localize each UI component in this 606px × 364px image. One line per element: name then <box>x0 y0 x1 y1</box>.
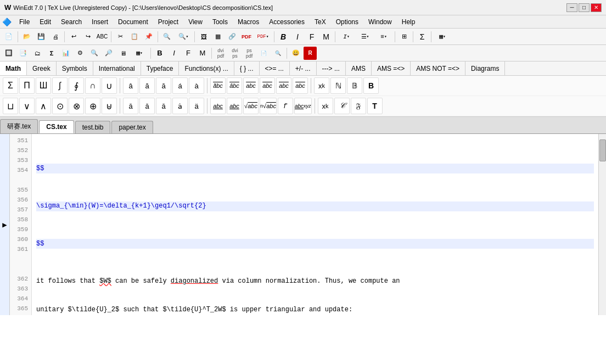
menu-document[interactable]: Document <box>114 17 153 27</box>
sym-amacron3[interactable]: ā <box>156 98 171 114</box>
find-dropdown[interactable]: 🔍▾ <box>175 30 192 43</box>
sym-abc-hat2[interactable]: abc <box>293 77 308 94</box>
menu-tex[interactable]: TeX <box>310 17 330 27</box>
sym-abreve[interactable]: ă <box>139 77 155 94</box>
math-tab-symbols[interactable]: Symbols <box>57 61 93 75</box>
new-button[interactable]: 📄 <box>2 30 15 43</box>
sym-bbb[interactable]: 𝔹 <box>347 77 362 94</box>
undo-button[interactable]: ↩ <box>67 30 80 43</box>
cut-button[interactable]: ✂ <box>114 30 127 43</box>
pdf-button[interactable]: PDF <box>240 30 253 43</box>
menu-accessories[interactable]: Accessories <box>265 17 309 27</box>
sym-wedge[interactable]: ∧ <box>36 98 51 114</box>
menu-window[interactable]: Window <box>364 17 396 27</box>
tb2-btn9[interactable]: 🖥 <box>116 47 130 60</box>
code-area[interactable]: $$ \sigma_{\min}(W)=\delta_{k+1}\geq1/\s… <box>32 134 598 315</box>
tb2-red[interactable]: R <box>304 47 317 60</box>
sym-frak-f[interactable]: 𝔉 <box>351 98 366 114</box>
tab-paper[interactable]: paper.tex <box>111 121 153 133</box>
sigma-button[interactable]: Σ <box>416 30 429 43</box>
sym-int[interactable]: ∫ <box>52 77 68 94</box>
menu-project[interactable]: Project <box>154 17 183 27</box>
sym-prod[interactable]: Π <box>19 77 35 94</box>
tb2-btn-b[interactable]: B <box>153 47 166 60</box>
menu-edit[interactable]: Edit <box>35 17 55 27</box>
sym-amacron2[interactable]: ā <box>139 98 155 114</box>
bold-button[interactable]: B <box>277 30 290 43</box>
tb2-btn7[interactable]: 🔍 <box>88 47 101 60</box>
sym-coprod[interactable]: Ш <box>36 77 51 94</box>
find-button[interactable]: 🔍 <box>160 30 173 43</box>
sym-cap[interactable]: ∩ <box>85 77 100 94</box>
tb2-view2[interactable]: 🔍 <box>271 47 284 60</box>
tb2-dropdown1[interactable]: ▦▾ <box>131 47 148 60</box>
menu-view[interactable]: View <box>184 17 207 27</box>
menu-options[interactable]: Options <box>332 17 363 27</box>
sym-abc-hat[interactable]: âbc <box>227 77 242 94</box>
sym-cup[interactable]: ∪ <box>102 77 117 94</box>
minimize-button[interactable]: ─ <box>566 3 577 12</box>
sym-otimes[interactable]: ⊗ <box>69 98 84 114</box>
tb2-emoji1[interactable]: 😀 <box>289 47 302 60</box>
sym-abc-it1[interactable]: abc <box>210 98 226 114</box>
open-button[interactable]: 📂 <box>20 30 33 43</box>
sym-sqrt-abc[interactable]: √abc <box>243 98 259 114</box>
menu-file[interactable]: File <box>15 17 34 27</box>
sym-bold-t[interactable]: T <box>367 98 383 114</box>
sym-abc-bar1[interactable]: abc <box>243 77 259 94</box>
sym-oint[interactable]: ∮ <box>69 77 84 94</box>
math-tab-math[interactable]: Math <box>0 61 27 75</box>
sym-vee[interactable]: ∨ <box>19 98 35 114</box>
sym-nth-sqrt[interactable]: n√abc <box>260 98 277 114</box>
sym-amacron[interactable]: ā <box>123 98 138 114</box>
redo-button[interactable]: ↪ <box>81 30 94 43</box>
num-list-dropdown[interactable]: ≡▾ <box>375 30 392 43</box>
sym-odot[interactable]: ⊙ <box>52 98 68 114</box>
tab-cs[interactable]: CS.tex <box>39 120 74 133</box>
sym-natbb[interactable]: ℕ <box>330 77 346 94</box>
code-content[interactable]: $$ \sigma_{\min}(W)=\delta_{k+1}\geq1/\s… <box>32 134 598 315</box>
sym-abc-bar3[interactable]: abc <box>276 77 291 94</box>
tb2-dvi2[interactable]: dvips <box>228 47 242 60</box>
tb2-btn-m[interactable]: M <box>196 47 209 60</box>
sym-frac-abc[interactable]: abcxyz <box>294 98 312 114</box>
image-button[interactable]: 🖼 <box>197 30 210 43</box>
math-tab-comparison[interactable]: <>= ... <box>260 61 290 75</box>
sym-abc-bar2[interactable]: abc <box>260 77 275 94</box>
sym-aacute[interactable]: á <box>172 77 188 94</box>
sym-x-pow[interactable]: xk <box>314 77 329 94</box>
sym-agrave[interactable]: à <box>189 77 204 94</box>
math-tab-braces[interactable]: { } ... <box>234 61 260 75</box>
vertical-scrollbar[interactable] <box>598 134 606 315</box>
tab-bib[interactable]: test.bib <box>75 121 111 133</box>
menu-macros[interactable]: Macros <box>233 17 263 27</box>
math-tab-arrows[interactable]: ---> ... <box>317 61 346 75</box>
save-button[interactable]: 💾 <box>35 30 48 43</box>
tb2-btn1[interactable]: 🔲 <box>2 47 15 60</box>
tb2-view1[interactable]: 📄 <box>257 47 270 60</box>
sym-oplus[interactable]: ⊕ <box>85 98 100 114</box>
tb2-btn5[interactable]: 📊 <box>59 47 72 60</box>
math-tab-functions[interactable]: Functions(x) ... <box>179 61 234 75</box>
menu-help[interactable]: Help <box>397 17 420 27</box>
print-button[interactable]: 🖨 <box>49 30 62 43</box>
tb2-btn4[interactable]: Σ <box>45 47 58 60</box>
table-button[interactable]: ▦ <box>211 30 225 43</box>
tb2-btn6[interactable]: ⚙ <box>74 47 87 60</box>
italic-dropdown[interactable]: I▾ <box>338 30 355 43</box>
math-tab-typeface[interactable]: Typeface <box>141 61 179 75</box>
list-dropdown[interactable]: ☰▾ <box>356 30 374 43</box>
sym-sum[interactable]: Σ <box>3 77 18 94</box>
tb2-dvi1[interactable]: dvipdf <box>214 47 227 60</box>
menu-insert[interactable]: Insert <box>87 17 113 27</box>
pdf-dropdown[interactable]: PDF▾ <box>254 30 272 43</box>
tb2-btn-i[interactable]: I <box>167 47 181 60</box>
left-nav-arrow[interactable]: ▶ <box>0 134 10 315</box>
math-tab-ams-not[interactable]: AMS NOT =<> <box>411 61 465 75</box>
tb2-btn8[interactable]: 🔎 <box>102 47 115 60</box>
math-tab-international[interactable]: International <box>93 61 141 75</box>
sym-fprime[interactable]: f' <box>278 98 293 114</box>
menu-tools[interactable]: Tools <box>208 17 232 27</box>
sym-abc-tilde[interactable]: ãbc <box>210 77 226 94</box>
close-button[interactable]: ✕ <box>591 3 602 12</box>
